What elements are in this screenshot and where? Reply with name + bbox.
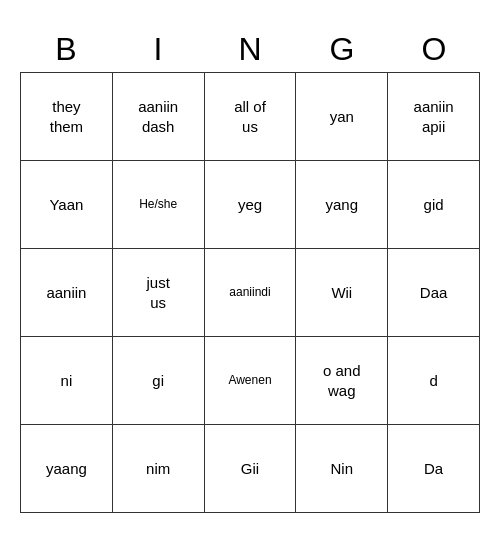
cell-r4-c3: Awenen (204, 337, 296, 425)
cell-r1-c3: all ofus (204, 73, 296, 161)
cell-r3-c3: aaniindi (204, 249, 296, 337)
cell-r1-c2: aaniindash (112, 73, 204, 161)
cell-r4-c4: o andwag (296, 337, 388, 425)
cell-r5-c4: Nin (296, 425, 388, 513)
title-letter-o: O (388, 31, 480, 68)
cell-r3-c5: Daa (388, 249, 480, 337)
title-letter-n: N (204, 31, 296, 68)
cell-r2-c4: yang (296, 161, 388, 249)
title-letter-g: G (296, 31, 388, 68)
cell-r4-c5: d (388, 337, 480, 425)
cell-r1-c1: theythem (21, 73, 113, 161)
cell-r2-c2: He/she (112, 161, 204, 249)
cell-r1-c4: yan (296, 73, 388, 161)
bingo-card: BINGO theythemaaniindashall ofusyanaanii… (20, 31, 480, 513)
bingo-title: BINGO (20, 31, 480, 68)
grid-row-2: YaanHe/sheyegyanggid (21, 161, 480, 249)
cell-r2-c5: gid (388, 161, 480, 249)
grid-row-3: aaniinjustusaaniindiWiiDaa (21, 249, 480, 337)
cell-r4-c2: gi (112, 337, 204, 425)
title-letter-i: I (112, 31, 204, 68)
cell-r5-c2: nim (112, 425, 204, 513)
cell-r4-c1: ni (21, 337, 113, 425)
grid-row-1: theythemaaniindashall ofusyanaaniinapii (21, 73, 480, 161)
grid-row-5: yaangnimGiiNinDa (21, 425, 480, 513)
cell-r1-c5: aaniinapii (388, 73, 480, 161)
cell-r3-c1: aaniin (21, 249, 113, 337)
cell-r5-c3: Gii (204, 425, 296, 513)
bingo-grid: theythemaaniindashall ofusyanaaniinapiiY… (20, 72, 480, 513)
cell-r5-c1: yaang (21, 425, 113, 513)
title-letter-b: B (20, 31, 112, 68)
grid-row-4: nigiAweneno andwagd (21, 337, 480, 425)
cell-r3-c2: justus (112, 249, 204, 337)
cell-r2-c3: yeg (204, 161, 296, 249)
cell-r3-c4: Wii (296, 249, 388, 337)
cell-r2-c1: Yaan (21, 161, 113, 249)
cell-r5-c5: Da (388, 425, 480, 513)
